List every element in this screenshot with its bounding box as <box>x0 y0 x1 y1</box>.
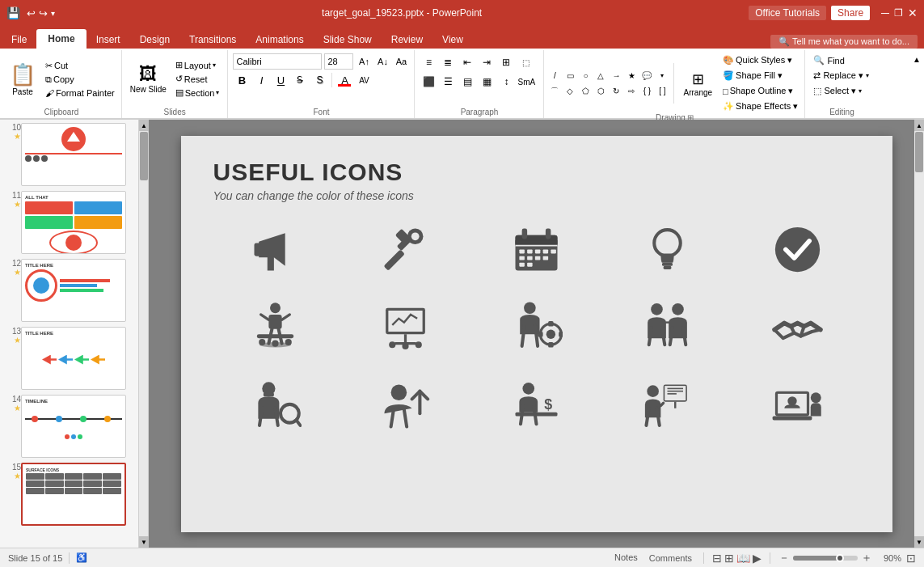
char-spacing-btn[interactable]: AV <box>355 71 373 89</box>
shape-effects-button[interactable]: ✨Shape Effects ▾ <box>719 99 801 113</box>
shape-right-arrow[interactable]: → <box>609 69 623 83</box>
zoom-in-btn[interactable]: ＋ <box>861 551 872 565</box>
zoom-out-btn[interactable]: － <box>778 551 790 565</box>
tab-transitions[interactable]: Transitions <box>179 31 246 49</box>
slide-thumb-11[interactable]: ALL THAT <box>21 191 126 254</box>
layout-button[interactable]: ⊞Layout▾ <box>172 59 223 71</box>
replace-button[interactable]: ⇄Replace ▾▾ <box>810 69 873 83</box>
redo-btn[interactable]: ↪ <box>39 7 48 19</box>
format-painter-button[interactable]: 🖌Format Painter <box>42 87 118 99</box>
slide-thumb-15-active[interactable]: SURFACE ICONS <box>21 463 126 526</box>
select-button[interactable]: ⬚Select ▾▾ <box>810 84 873 98</box>
shape-pentagon[interactable]: ⬠ <box>578 84 593 99</box>
left-scrollbar[interactable]: ▲ ▼ <box>139 120 149 548</box>
tab-animations[interactable]: Animations <box>246 31 313 49</box>
shape-hexagon[interactable]: ⬡ <box>593 84 608 99</box>
scroll-up-btn[interactable]: ▲ <box>139 120 149 131</box>
shape-curve[interactable]: ⌒ <box>547 84 562 99</box>
font-color-btn[interactable]: A <box>335 71 353 89</box>
comments-btn[interactable]: Comments <box>646 553 695 563</box>
align-center-btn[interactable]: ☰ <box>439 73 457 91</box>
slide-item-12[interactable]: 12 ★ TITLE HERE <box>3 259 135 322</box>
paste-button[interactable]: 📋 Paste <box>5 61 40 98</box>
decrease-indent-btn[interactable]: ⇤ <box>458 53 476 71</box>
slide-thumb-13[interactable]: TITLE HERE <box>21 327 126 390</box>
tab-file[interactable]: File <box>2 31 36 49</box>
slide-item-15[interactable]: 15 ★ SURFACE ICONS <box>3 463 135 526</box>
collapse-ribbon-btn[interactable]: ▲ <box>909 50 924 118</box>
columns-btn[interactable]: ⊞ <box>497 53 515 71</box>
zoom-slider[interactable] <box>793 556 858 561</box>
shape-more[interactable]: ▾ <box>655 69 669 83</box>
arrange-button[interactable]: ⊞ Arrange <box>678 69 717 99</box>
bullets-btn[interactable]: ≡ <box>420 53 437 71</box>
minimize-btn[interactable]: ─ <box>881 6 889 19</box>
shape-star[interactable]: ★ <box>624 69 639 83</box>
right-scroll-track[interactable] <box>914 131 924 536</box>
shape-diamond[interactable]: ◇ <box>563 84 577 99</box>
accessibility-btn[interactable]: ♿ <box>76 552 87 563</box>
scroll-down-btn[interactable]: ▼ <box>139 536 149 548</box>
slide-item-11[interactable]: 11 ★ ALL THAT <box>3 191 135 254</box>
tell-me-box[interactable]: 🔍 Tell me what you want to do... <box>473 35 924 49</box>
clear-format-btn[interactable]: Aa <box>393 53 409 70</box>
shape-eq[interactable]: { } <box>639 84 654 99</box>
tab-slideshow[interactable]: Slide Show <box>314 31 382 49</box>
shape-block-arrow[interactable]: ⇨ <box>624 84 639 99</box>
shape-rect[interactable]: ▭ <box>563 69 577 83</box>
zoom-level[interactable]: 90% <box>875 553 901 563</box>
underline-btn[interactable]: U <box>272 71 289 89</box>
quick-styles-button[interactable]: 🎨Quick Styles ▾ <box>719 53 801 67</box>
scroll-thumb[interactable] <box>140 132 148 180</box>
undo-btn[interactable]: ↩ <box>27 7 36 19</box>
shape-fill-button[interactable]: 🪣Shape Fill ▾ <box>719 69 801 83</box>
scroll-up-right-btn[interactable]: ▲ <box>914 120 924 131</box>
slide-item-13[interactable]: 13 ★ TITLE HERE <box>3 327 135 390</box>
shape-triangle[interactable]: △ <box>593 69 608 83</box>
tab-design[interactable]: Design <box>130 31 179 49</box>
close-btn[interactable]: ✕ <box>908 6 918 19</box>
italic-btn[interactable]: I <box>252 71 270 89</box>
restore-btn[interactable]: ❐ <box>894 7 903 19</box>
strikethrough-btn[interactable]: S̶ <box>291 71 309 89</box>
share-btn[interactable]: Share <box>831 6 870 20</box>
slide-thumb-14[interactable]: TIMELINE <box>21 395 126 458</box>
notes-btn[interactable]: Notes <box>611 552 641 564</box>
tab-view[interactable]: View <box>432 31 473 49</box>
tab-insert[interactable]: Insert <box>86 31 130 49</box>
scroll-track[interactable] <box>139 131 148 536</box>
save-qat-btn[interactable]: 💾 <box>6 6 20 19</box>
cut-button[interactable]: ✂Cut <box>42 60 118 72</box>
shape-line[interactable]: / <box>547 69 562 83</box>
font-size-input[interactable] <box>324 53 353 70</box>
section-button[interactable]: ▤Section▾ <box>172 87 223 99</box>
office-tutorials-link[interactable]: Office Tutorials <box>749 6 826 20</box>
shape-curved-arrow[interactable]: ↻ <box>609 84 623 99</box>
new-slide-button[interactable]: 🖼 New Slide <box>127 62 170 95</box>
normal-view-btn[interactable]: ⊟ <box>712 552 722 565</box>
copy-button[interactable]: ⧉Copy <box>42 74 118 86</box>
smart-art-btn[interactable]: SmA <box>517 73 534 91</box>
shape-circle[interactable]: ○ <box>578 69 593 83</box>
slide-item-14[interactable]: 14 ★ TIMELINE <box>3 395 135 458</box>
find-button[interactable]: 🔍Find <box>810 53 873 67</box>
shadow-btn[interactable]: S <box>310 71 328 89</box>
fit-slide-btn[interactable]: ⊡ <box>906 552 916 565</box>
zoom-handle[interactable] <box>836 554 844 562</box>
align-right-btn[interactable]: ▤ <box>458 73 476 91</box>
shape-brace[interactable]: [ ] <box>655 84 669 99</box>
reading-view-btn[interactable]: 📖 <box>736 552 750 565</box>
tab-review[interactable]: Review <box>382 31 432 49</box>
justify-btn[interactable]: ▦ <box>478 73 496 91</box>
line-spacing-btn[interactable]: ↕ <box>497 73 515 91</box>
bold-btn[interactable]: B <box>233 71 251 89</box>
right-scroll-thumb[interactable] <box>915 132 923 172</box>
scroll-down-right-btn[interactable]: ▼ <box>914 536 924 548</box>
slide-thumb-10[interactable] <box>21 123 126 186</box>
increase-indent-btn[interactable]: ⇥ <box>478 53 496 71</box>
reset-button[interactable]: ↺Reset <box>172 73 223 85</box>
numbering-btn[interactable]: ≣ <box>439 53 457 71</box>
tab-home[interactable]: Home <box>36 29 86 49</box>
decrease-font-btn[interactable]: A↓ <box>374 53 390 70</box>
text-direction-btn[interactable]: ⬚ <box>517 53 534 71</box>
